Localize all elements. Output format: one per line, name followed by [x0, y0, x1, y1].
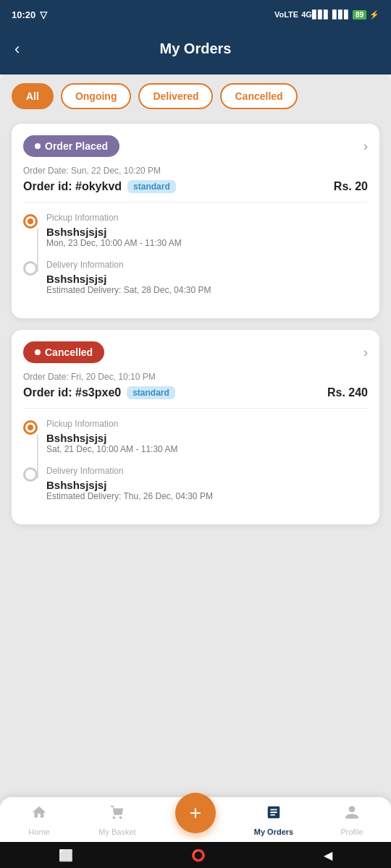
order-card-2: Cancelled › Order Date: Fri, 20 Dec, 10:…: [12, 330, 379, 524]
pickup-content-2: Pickup Information Bshshsjsjsj Sat, 21 D…: [46, 419, 177, 454]
order-id-text-2: Order id: #s3pxe0: [23, 386, 121, 399]
order-card-1: Order Placed › Order Date: Sun, 22 Dec, …: [12, 124, 379, 318]
orders-icon: [266, 804, 282, 825]
order-id-text-1: Order id: #okykvd: [23, 180, 122, 193]
status-dot-2: [35, 349, 41, 355]
profile-icon: [344, 804, 360, 825]
nav-item-profile[interactable]: Profile: [313, 804, 391, 836]
order-timeline-1: Pickup Information Bshshsjsjsj Mon, 23 D…: [23, 213, 368, 307]
filter-tab-ongoing[interactable]: Ongoing: [61, 83, 132, 109]
delivery-name-1: Bshshsjsjsj: [46, 273, 211, 285]
pickup-dot-inner-2: [28, 425, 33, 430]
signal-strength-icon: 4G▋▋▋: [301, 10, 329, 20]
delivery-item-1: Delivery Information Bshshsjsjsj Estimat…: [23, 260, 368, 307]
order-status-row-1: Order Placed ›: [23, 135, 368, 157]
filter-tab-delivered[interactable]: Delivered: [138, 83, 213, 109]
android-circle-btn[interactable]: ⭕: [191, 848, 206, 862]
order-timeline-2: Pickup Information Bshshsjsjsj Sat, 21 D…: [23, 419, 368, 513]
battery-charging-icon: ⚡: [369, 10, 379, 20]
delivery-label-1: Delivery Information: [46, 260, 211, 270]
standard-badge-1: standard: [127, 180, 176, 193]
pickup-content-1: Pickup Information Bshshsjsjsj Mon, 23 D…: [46, 213, 182, 248]
delivery-time-2: Estimated Delivery: Thu, 26 Dec, 04:30 P…: [46, 491, 213, 501]
battery-level: 89: [353, 10, 366, 20]
nav-label-basket: My Basket: [98, 827, 135, 836]
signal-bars-icon: ▋▋▋: [332, 10, 350, 20]
pickup-dot-inner-1: [28, 218, 33, 224]
delivery-time-1: Estimated Delivery: Sat, 28 Dec, 04:30 P…: [46, 285, 211, 295]
pickup-item-1: Pickup Information Bshshsjsjsj Mon, 23 D…: [23, 213, 368, 260]
fab-plus-icon: +: [190, 801, 201, 825]
order-id-left-1: Order id: #okykvd standard: [23, 180, 176, 193]
android-nav-bar: ⬜ ⭕ ◀: [0, 842, 391, 868]
delivery-dot-inner-1: [28, 265, 33, 271]
header: ‹ My Orders: [0, 29, 391, 75]
order-price-1: Rs. 20: [334, 180, 368, 193]
home-icon: [31, 804, 47, 825]
order-id-row-2: Order id: #s3pxe0 standard Rs. 240: [23, 386, 368, 409]
page-title: My Orders: [14, 41, 377, 57]
order-price-2: Rs. 240: [327, 386, 368, 399]
nav-item-fab[interactable]: +: [156, 807, 235, 833]
status-dot-1: [35, 143, 41, 149]
standard-badge-2: standard: [127, 386, 175, 399]
chevron-right-icon-1[interactable]: ›: [363, 139, 368, 154]
delivery-dot-2: [23, 467, 38, 482]
delivery-content-1: Delivery Information Bshshsjsjsj Estimat…: [46, 260, 211, 295]
filter-tab-all[interactable]: All: [12, 83, 54, 109]
nav-item-orders[interactable]: My Orders: [235, 804, 313, 836]
pickup-dot-2: [23, 420, 38, 435]
order-date-2: Order Date: Fri, 20 Dec, 10:10 PM: [23, 372, 368, 382]
order-id-left-2: Order id: #s3pxe0 standard: [23, 386, 175, 399]
android-square-btn[interactable]: ⬜: [59, 848, 73, 862]
status-bar: 10:20 ▽ VoLTE 4G▋▋▋ ▋▋▋ 89 ⚡: [0, 0, 391, 29]
nav-label-orders: My Orders: [254, 827, 293, 836]
order-date-1: Order Date: Sun, 22 Dec, 10:20 PM: [23, 166, 368, 176]
chevron-right-icon-2[interactable]: ›: [363, 345, 368, 360]
order-status-row-2: Cancelled ›: [23, 341, 368, 363]
pickup-item-2: Pickup Information Bshshsjsjsj Sat, 21 D…: [23, 419, 368, 466]
delivery-dot-1: [23, 261, 38, 276]
nav-label-profile: Profile: [340, 827, 363, 836]
network-icon: VoLTE: [274, 10, 298, 19]
delivery-name-2: Bshshsjsjsj: [46, 479, 213, 491]
basket-icon: [109, 804, 125, 825]
delivery-item-2: Delivery Information Bshshsjsjsj Estimat…: [23, 466, 368, 513]
pickup-name-1: Bshshsjsjsj: [46, 226, 182, 238]
filter-tab-cancelled[interactable]: Cancelled: [220, 83, 297, 109]
status-time: 10:20: [12, 9, 35, 20]
nav-item-home[interactable]: Home: [0, 804, 78, 836]
fab-button[interactable]: +: [175, 793, 216, 833]
delivery-dot-inner-2: [28, 472, 33, 477]
delivery-content-2: Delivery Information Bshshsjsjsj Estimat…: [46, 466, 213, 501]
pickup-label-2: Pickup Information: [46, 419, 177, 429]
back-button[interactable]: ‹: [14, 40, 20, 59]
pickup-time-1: Mon, 23 Dec, 10:00 AM - 11:30 AM: [46, 238, 182, 248]
delivery-label-2: Delivery Information: [46, 466, 213, 476]
status-label-2: Cancelled: [45, 346, 93, 358]
main-content: All Ongoing Delivered Cancelled Order Pl…: [0, 69, 391, 835]
nav-item-basket[interactable]: My Basket: [78, 804, 156, 836]
pickup-time-2: Sat, 21 Dec, 10:00 AM - 11:30 AM: [46, 444, 177, 454]
pickup-label-1: Pickup Information: [46, 213, 182, 223]
filter-tabs: All Ongoing Delivered Cancelled: [12, 83, 379, 109]
wifi-icon: ▽: [40, 9, 47, 20]
order-id-row-1: Order id: #okykvd standard Rs. 20: [23, 180, 368, 203]
pickup-name-2: Bshshsjsjsj: [46, 432, 177, 444]
pickup-dot-1: [23, 214, 38, 229]
bottom-nav: Home My Basket + My Orders Profile: [0, 797, 391, 842]
nav-label-home: Home: [28, 827, 49, 836]
status-badge-placed: Order Placed: [23, 135, 119, 157]
status-label-1: Order Placed: [45, 140, 108, 152]
android-back-btn[interactable]: ◀: [324, 848, 332, 862]
status-badge-cancelled: Cancelled: [23, 341, 104, 363]
